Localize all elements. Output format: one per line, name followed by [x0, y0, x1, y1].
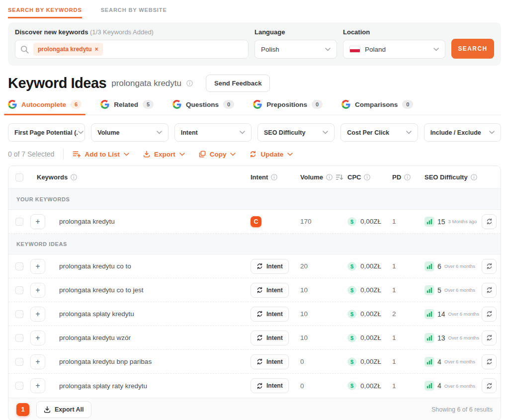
add-keyword-button[interactable]: + — [30, 307, 45, 322]
copy-button[interactable]: Copy — [199, 151, 236, 158]
row-checkbox[interactable] — [15, 334, 23, 342]
add-keyword-button[interactable]: + — [30, 214, 45, 229]
intent-button[interactable]: Intent — [251, 259, 289, 274]
select-all-checkbox[interactable] — [15, 173, 23, 181]
keyword-text[interactable]: prolongata spłaty raty kredytu — [59, 382, 147, 390]
info-icon[interactable] — [404, 174, 411, 180]
keyword-search-input[interactable]: prolongata kredytu × — [15, 40, 249, 59]
chevron-down-icon — [489, 131, 495, 134]
volume-value: 0 — [295, 382, 342, 390]
tab-count-badge: 5 — [143, 100, 154, 109]
google-icon — [172, 100, 181, 109]
seo-updated-text: Over 6 months — [448, 311, 479, 317]
add-keyword-button[interactable]: + — [30, 378, 45, 393]
update-button[interactable]: Update — [250, 151, 293, 158]
refresh-button[interactable] — [482, 331, 497, 345]
row-checkbox[interactable] — [15, 218, 23, 226]
location-select[interactable]: Poland — [343, 40, 445, 59]
info-icon[interactable] — [364, 174, 370, 180]
refresh-button[interactable] — [482, 283, 497, 298]
keyword-text[interactable]: prolongata kredytu wzór — [59, 334, 131, 341]
refresh-icon — [486, 383, 493, 389]
keyword-chip[interactable]: prolongata kredytu × — [33, 43, 103, 56]
filter-include-exclude[interactable]: Include / Exclude — [424, 123, 501, 142]
seo-chart-icon — [424, 381, 434, 391]
intent-button[interactable]: Intent — [251, 331, 289, 345]
refresh-icon — [256, 358, 263, 365]
info-icon[interactable] — [471, 174, 477, 180]
selection-count: 0 of 7 Selected — [8, 150, 54, 158]
filter-first-page-potential[interactable]: First Page Potential (. — [8, 123, 85, 142]
refresh-button[interactable] — [482, 354, 497, 369]
filter-cost-per-click[interactable]: Cost Per Click — [340, 123, 418, 142]
tab-prepositions[interactable]: Prepositions 0 — [253, 100, 323, 115]
add-to-list-button[interactable]: Add to List — [73, 151, 129, 158]
seo-chart-icon — [424, 333, 434, 343]
page-number-badge[interactable]: 1 — [16, 403, 29, 416]
search-panel: Discover new keywords (1/3 Keywords Adde… — [8, 22, 501, 66]
add-keyword-button[interactable]: + — [30, 354, 45, 369]
tab-search-by-website[interactable]: SEARCH BY WEBSITE — [101, 7, 167, 18]
tab-questions[interactable]: Questions 0 — [172, 100, 234, 115]
export-all-button[interactable]: Export All — [36, 401, 91, 418]
tab-count-badge: 6 — [71, 100, 82, 109]
send-feedback-button[interactable]: Send Feedback — [206, 75, 270, 92]
language-label: Language — [254, 28, 337, 36]
info-icon[interactable] — [326, 174, 333, 180]
chevron-down-icon — [124, 153, 129, 156]
filter-volume[interactable]: Volume — [91, 123, 168, 142]
search-button[interactable]: SEARCH — [451, 39, 494, 59]
export-button[interactable]: Export — [143, 151, 185, 158]
intent-button[interactable]: Intent — [251, 283, 289, 298]
info-icon[interactable] — [271, 174, 277, 180]
row-checkbox[interactable] — [15, 310, 23, 318]
tab-comparisons[interactable]: Comparisons 0 — [341, 100, 413, 115]
refresh-button[interactable] — [482, 378, 497, 393]
row-checkbox[interactable] — [15, 286, 23, 294]
seo-difficulty-value: 6 — [437, 262, 441, 270]
keyword-text[interactable]: prolongata spłaty kredytu — [59, 310, 134, 318]
refresh-button[interactable] — [482, 214, 497, 229]
tab-autocomplete[interactable]: Autocomplete 6 — [8, 100, 82, 115]
refresh-button[interactable] — [482, 259, 497, 274]
add-keyword-button[interactable]: + — [30, 331, 45, 345]
chevron-down-icon — [406, 131, 412, 134]
refresh-icon — [486, 311, 493, 317]
filter-seo-difficulty[interactable]: SEO Difficulty — [257, 123, 335, 142]
keyword-row: + prolongata kredytu co to Intent 20 $ 0… — [8, 254, 501, 278]
language-select[interactable]: Polish — [254, 40, 337, 59]
row-checkbox[interactable] — [15, 358, 23, 366]
refresh-icon — [256, 311, 263, 317]
column-pd: PD — [392, 173, 401, 181]
seo-chart-icon — [424, 309, 434, 319]
tab-related[interactable]: Related 5 — [100, 100, 154, 115]
keyword-text[interactable]: prolongata kredytu bnp paribas — [59, 358, 152, 365]
dollar-icon: $ — [347, 286, 356, 295]
filter-intent[interactable]: Intent — [174, 123, 252, 142]
add-keyword-button[interactable]: + — [30, 283, 45, 298]
row-checkbox[interactable] — [15, 262, 23, 270]
column-volume: Volume — [300, 173, 323, 181]
copy-icon — [199, 151, 206, 158]
chevron-down-icon — [433, 48, 439, 51]
add-keyword-button[interactable]: + — [30, 259, 45, 274]
volume-value: 20 — [295, 262, 342, 270]
chevron-down-icon — [179, 153, 185, 156]
intent-button[interactable]: Intent — [251, 307, 289, 322]
intent-button[interactable]: Intent — [251, 354, 289, 369]
chip-remove-icon[interactable]: × — [95, 46, 98, 53]
info-icon[interactable] — [71, 174, 77, 180]
keyword-text[interactable]: prolongata kredytu co to — [59, 262, 131, 270]
info-icon[interactable] — [186, 80, 193, 86]
keyword-text[interactable]: prolongata kredytu co to jest — [59, 286, 144, 294]
row-checkbox[interactable] — [15, 382, 23, 390]
dollar-icon: $ — [347, 334, 356, 342]
intent-badge[interactable]: C — [251, 216, 261, 227]
sort-descending-icon[interactable] — [336, 174, 343, 180]
cpc-value: 0,00ZŁ — [360, 218, 381, 225]
section-your-keywords: YOUR KEYWORDS — [8, 189, 501, 210]
intent-button[interactable]: Intent — [251, 378, 289, 393]
refresh-button[interactable] — [482, 307, 497, 322]
keyword-text[interactable]: prolongata kredytu — [59, 218, 115, 225]
tab-search-by-keywords[interactable]: SEARCH BY KEYWORDS — [8, 7, 82, 18]
